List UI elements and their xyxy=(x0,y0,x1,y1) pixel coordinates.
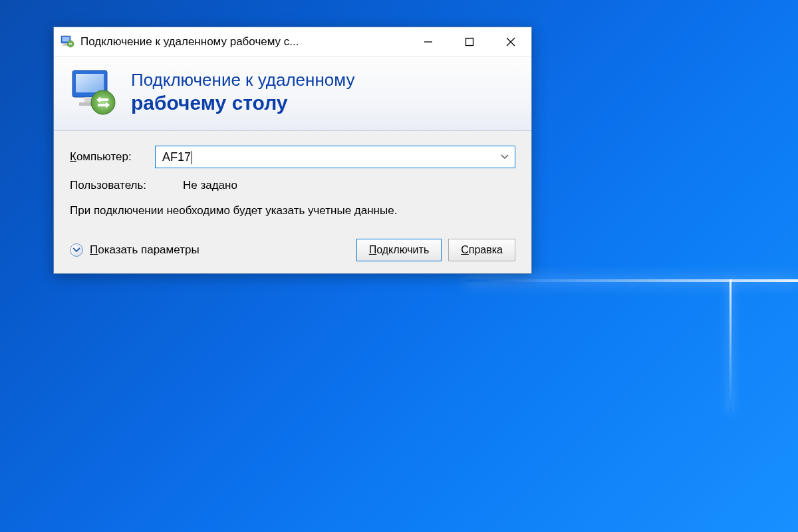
rdp-large-icon xyxy=(67,66,119,118)
show-options-label[interactable]: Показать параметры xyxy=(90,243,350,257)
minimize-button[interactable] xyxy=(408,27,449,57)
user-value: Не задано xyxy=(183,179,237,192)
dialog-title: Подключение к удаленному рабочему столу xyxy=(131,70,354,114)
chevron-down-icon xyxy=(72,247,80,253)
dialog-footer: Показать параметры Подключить Справка xyxy=(70,239,515,261)
close-button[interactable] xyxy=(490,27,531,57)
computer-input[interactable] xyxy=(156,146,495,168)
chevron-down-icon xyxy=(501,154,509,160)
combobox-dropdown-button[interactable] xyxy=(495,146,515,168)
dialog-title-line1: Подключение к удаленному xyxy=(131,70,354,90)
maximize-button[interactable] xyxy=(449,27,490,57)
text-caret xyxy=(192,151,192,164)
svg-rect-1 xyxy=(63,37,70,42)
computer-label: Компьютер: xyxy=(70,150,155,164)
dialog-title-line2: рабочему столу xyxy=(131,91,354,115)
rdp-app-icon xyxy=(59,34,75,50)
window-controls xyxy=(408,27,531,57)
user-row: Пользователь: Не задано xyxy=(70,179,515,192)
dialog-body: Компьютер: Пользователь: Не задано При п… xyxy=(54,131,531,273)
svg-rect-6 xyxy=(466,39,473,46)
svg-rect-10 xyxy=(76,74,104,92)
show-options-toggle[interactable] xyxy=(70,243,83,257)
user-label: Пользователь: xyxy=(70,179,183,192)
connect-button[interactable]: Подключить xyxy=(356,239,442,261)
window-title: Подключение к удаленному рабочему с... xyxy=(80,35,408,49)
svg-point-13 xyxy=(91,90,115,114)
background-flare-h xyxy=(466,279,798,282)
dialog-header: Подключение к удаленному рабочему столу xyxy=(54,57,531,131)
rdp-dialog: Подключение к удаленному рабочему с... xyxy=(53,27,532,274)
computer-combobox[interactable] xyxy=(155,146,515,168)
titlebar[interactable]: Подключение к удаленному рабочему с... xyxy=(54,27,531,57)
computer-row: Компьютер: xyxy=(70,146,515,168)
help-button[interactable]: Справка xyxy=(448,239,515,261)
credentials-hint: При подключении необходимо будет указать… xyxy=(70,203,515,219)
background-flare-v xyxy=(730,279,732,412)
